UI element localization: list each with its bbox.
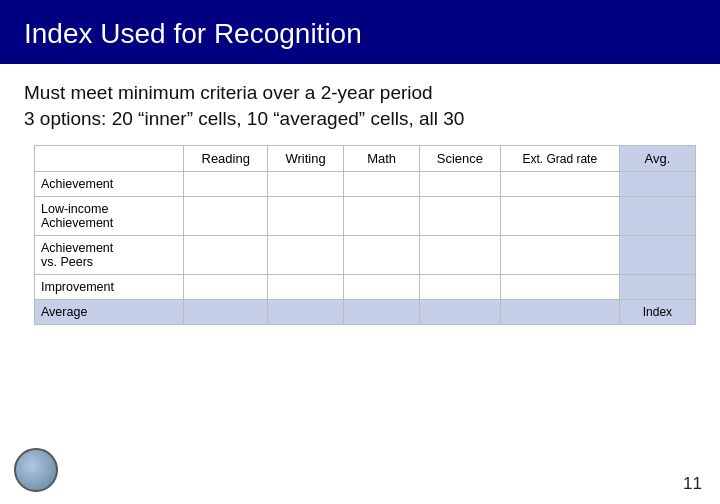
col-avg: Avg.	[619, 146, 695, 172]
cell	[184, 236, 267, 275]
page-title: Index Used for Recognition	[24, 18, 362, 49]
row-label-average: Average	[35, 300, 184, 325]
row-label-lowincome: Low-incomeAchievement	[35, 197, 184, 236]
empty-header	[35, 146, 184, 172]
cell	[500, 300, 619, 325]
table-row: Improvement	[35, 275, 696, 300]
cell	[267, 172, 343, 197]
cell	[420, 300, 501, 325]
recognition-table: Reading Writing Math Science Ext. Grad r…	[34, 145, 696, 325]
col-writing: Writing	[267, 146, 343, 172]
cell	[344, 236, 420, 275]
cell	[500, 197, 619, 236]
cell	[619, 197, 695, 236]
cell	[267, 275, 343, 300]
cell	[184, 197, 267, 236]
page-number: 11	[683, 474, 702, 494]
table-row: Achievement	[35, 172, 696, 197]
logo-circle	[14, 448, 58, 492]
table-row: Achievementvs. Peers	[35, 236, 696, 275]
cell	[420, 275, 501, 300]
cell	[619, 172, 695, 197]
row-label-vs-peers: Achievementvs. Peers	[35, 236, 184, 275]
col-science: Science	[420, 146, 501, 172]
cell	[267, 300, 343, 325]
cell	[619, 275, 695, 300]
table-wrapper: Reading Writing Math Science Ext. Grad r…	[34, 145, 696, 325]
cell	[420, 172, 501, 197]
cell	[184, 172, 267, 197]
subtitle-line2: 3 options: 20 “inner” cells, 10 “average…	[24, 106, 696, 132]
header: Index Used for Recognition	[0, 0, 720, 64]
index-cell: Index	[619, 300, 695, 325]
cell	[267, 197, 343, 236]
cell	[344, 300, 420, 325]
content: Must meet minimum criteria over a 2-year…	[0, 64, 720, 335]
logo	[14, 448, 60, 494]
subtitle-line1: Must meet minimum criteria over a 2-year…	[24, 80, 696, 106]
cell	[184, 275, 267, 300]
cell	[420, 236, 501, 275]
subtitle: Must meet minimum criteria over a 2-year…	[24, 80, 696, 131]
table-header-row: Reading Writing Math Science Ext. Grad r…	[35, 146, 696, 172]
table-row: Low-incomeAchievement	[35, 197, 696, 236]
cell	[500, 172, 619, 197]
cell	[500, 275, 619, 300]
cell	[344, 275, 420, 300]
cell	[267, 236, 343, 275]
cell	[500, 236, 619, 275]
cell	[344, 197, 420, 236]
cell	[184, 300, 267, 325]
col-math: Math	[344, 146, 420, 172]
cell	[619, 236, 695, 275]
col-reading: Reading	[184, 146, 267, 172]
table-row-average: Average Index	[35, 300, 696, 325]
col-ext-grad: Ext. Grad rate	[500, 146, 619, 172]
cell	[344, 172, 420, 197]
row-label-achievement: Achievement	[35, 172, 184, 197]
cell	[420, 197, 501, 236]
row-label-improvement: Improvement	[35, 275, 184, 300]
